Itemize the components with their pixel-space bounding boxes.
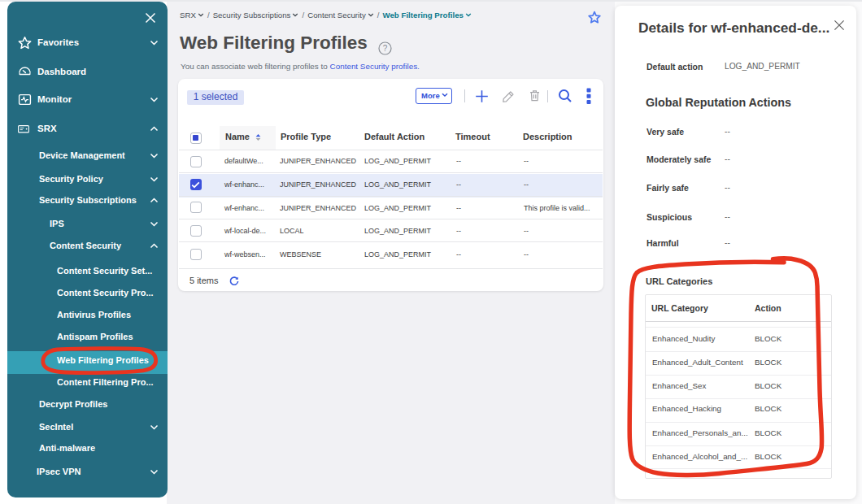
svg-text:?: ? — [383, 44, 388, 53]
